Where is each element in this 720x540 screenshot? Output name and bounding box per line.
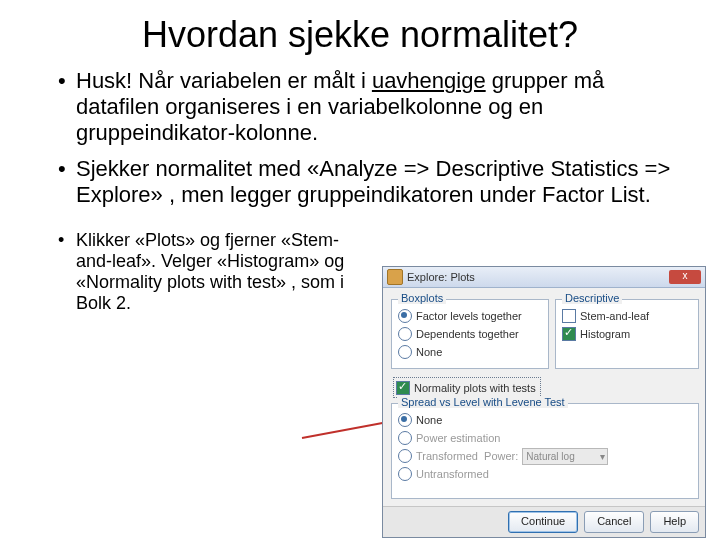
descriptive-group: Descriptive Stem-and-leaf Histogram xyxy=(555,299,699,369)
dialog-titlebar: Explore: Plots x xyxy=(383,267,705,288)
check-normality-label: Normality plots with tests xyxy=(414,382,536,394)
bullet-2: Sjekker normalitet med «Analyze => Descr… xyxy=(58,156,682,208)
power-label: Power: xyxy=(484,450,518,462)
dialog-title-text: Explore: Plots xyxy=(407,271,475,283)
normality-row: Normality plots with tests xyxy=(393,377,541,398)
continue-button[interactable]: Continue xyxy=(508,511,578,533)
close-icon[interactable]: x xyxy=(669,270,701,284)
dialog-icon xyxy=(387,269,403,285)
radio-dependents[interactable] xyxy=(398,327,412,341)
check-histogram[interactable] xyxy=(562,327,576,341)
dialog-button-bar: Continue Cancel Help xyxy=(383,506,705,537)
bullet-1-text-a: Husk! Når variabelen er målt i xyxy=(76,68,372,93)
check-stem-leaf-label: Stem-and-leaf xyxy=(580,310,649,322)
radio-transformed-label: Transformed xyxy=(416,450,478,462)
check-normality[interactable] xyxy=(396,381,410,395)
descriptive-legend: Descriptive xyxy=(562,292,622,304)
help-button[interactable]: Help xyxy=(650,511,699,533)
spread-group: Spread vs Level with Levene Test None Po… xyxy=(391,403,699,499)
cancel-button[interactable]: Cancel xyxy=(584,511,644,533)
radio-spread-none[interactable] xyxy=(398,413,412,427)
radio-factor-levels-label: Factor levels together xyxy=(416,310,522,322)
radio-transformed[interactable] xyxy=(398,449,412,463)
radio-power-est-label: Power estimation xyxy=(416,432,500,444)
radio-dependents-label: Dependents together xyxy=(416,328,519,340)
bullet-1-link: uavhengige xyxy=(372,68,486,93)
bullet-3: Klikker «Plots» og fjerner «Stem-and-lea… xyxy=(58,230,348,315)
bullet-1: Husk! Når variabelen er målt i uavhengig… xyxy=(58,68,682,146)
radio-spread-none-label: None xyxy=(416,414,442,426)
radio-factor-levels[interactable] xyxy=(398,309,412,323)
explore-plots-dialog: Explore: Plots x Boxplots Factor levels … xyxy=(382,266,706,538)
boxplots-legend: Boxplots xyxy=(398,292,446,304)
slide-title: Hvordan sjekke normalitet? xyxy=(0,14,720,56)
power-combo[interactable]: Natural log xyxy=(522,448,608,465)
radio-power-est[interactable] xyxy=(398,431,412,445)
check-histogram-label: Histogram xyxy=(580,328,630,340)
check-stem-leaf[interactable] xyxy=(562,309,576,323)
spread-legend: Spread vs Level with Levene Test xyxy=(398,396,568,408)
radio-boxplots-none[interactable] xyxy=(398,345,412,359)
boxplots-group: Boxplots Factor levels together Dependen… xyxy=(391,299,549,369)
radio-boxplots-none-label: None xyxy=(416,346,442,358)
radio-untransformed[interactable] xyxy=(398,467,412,481)
radio-untransformed-label: Untransformed xyxy=(416,468,489,480)
